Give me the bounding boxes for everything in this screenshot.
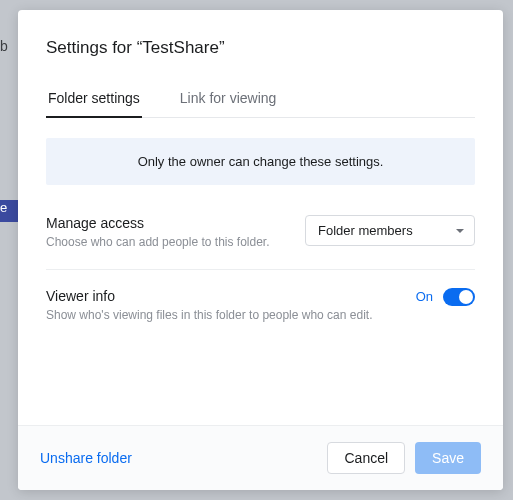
viewer-info-desc: Show who's viewing files in this folder … — [46, 307, 396, 324]
tab-label: Link for viewing — [180, 90, 277, 106]
owner-only-banner: Only the owner can change these settings… — [46, 138, 475, 185]
viewer-info-toggle[interactable] — [443, 288, 475, 306]
bg-text: e — [0, 200, 7, 215]
cancel-button[interactable]: Cancel — [327, 442, 405, 474]
manage-access-title: Manage access — [46, 215, 285, 231]
tab-folder-settings[interactable]: Folder settings — [46, 82, 142, 118]
manage-access-select[interactable]: Folder members — [305, 215, 475, 246]
background-left: b e — [0, 0, 18, 500]
manage-access-row: Manage access Choose who can add people … — [46, 207, 475, 269]
tab-label: Folder settings — [48, 90, 140, 106]
modal-footer: Unshare folder Cancel Save — [18, 425, 503, 490]
viewer-info-row: Viewer info Show who's viewing files in … — [46, 269, 475, 342]
chevron-down-icon — [456, 229, 464, 233]
tabs: Folder settings Link for viewing — [46, 82, 475, 118]
tab-link-for-viewing[interactable]: Link for viewing — [178, 82, 279, 118]
modal-title: Settings for “TestShare” — [46, 38, 475, 58]
bg-blue-block: e — [0, 200, 18, 222]
settings-modal: Settings for “TestShare” Folder settings… — [18, 10, 503, 490]
select-value: Folder members — [318, 223, 413, 238]
manage-access-desc: Choose who can add people to this folder… — [46, 234, 285, 251]
save-button[interactable]: Save — [415, 442, 481, 474]
viewer-info-title: Viewer info — [46, 288, 396, 304]
unshare-folder-link[interactable]: Unshare folder — [40, 450, 132, 466]
bg-text: b — [0, 38, 8, 54]
toggle-state-label: On — [416, 289, 433, 304]
